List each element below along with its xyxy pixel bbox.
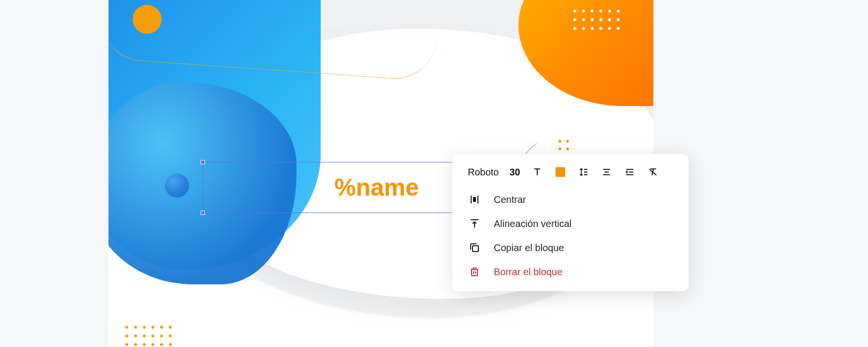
align-center-button[interactable] <box>600 166 613 178</box>
menu-item-label: Borrar el bloque <box>494 267 562 278</box>
resize-handle-bottom-left[interactable] <box>201 211 205 215</box>
menu-item-vertical-align[interactable]: Alineación vertical <box>463 213 678 234</box>
menu-item-label: Copiar el bloque <box>494 242 564 254</box>
svg-rect-0 <box>474 198 475 201</box>
menu-item-delete-block[interactable]: Borrar el bloque <box>463 261 678 282</box>
color-swatch-icon <box>556 167 565 177</box>
text-style-button[interactable] <box>531 166 543 178</box>
decorative-circle <box>165 174 189 198</box>
resize-handle-top-left[interactable] <box>201 160 205 164</box>
clear-formatting-button[interactable] <box>647 166 659 178</box>
trash-icon <box>468 266 481 278</box>
svg-rect-2 <box>472 269 477 276</box>
block-actions-menu: Centrar Alineación vertical Copiar el bl… <box>463 185 678 282</box>
font-size-selector[interactable]: 30 <box>510 167 520 178</box>
decorative-circle <box>133 5 162 34</box>
text-block-content[interactable]: %name <box>334 174 419 201</box>
menu-item-center[interactable]: Centrar <box>463 189 678 210</box>
decorative-dots <box>573 10 620 30</box>
line-height-button[interactable] <box>577 166 590 178</box>
menu-item-label: Centrar <box>494 194 526 205</box>
menu-item-copy-block[interactable]: Copiar el bloque <box>463 237 678 258</box>
text-context-panel: Roboto 30 <box>452 154 689 291</box>
center-horizontal-icon <box>468 194 481 205</box>
copy-icon <box>468 242 481 254</box>
text-color-button[interactable] <box>554 166 567 178</box>
decorative-dots <box>125 326 172 346</box>
menu-item-label: Alineación vertical <box>494 218 571 229</box>
text-toolbar: Roboto 30 <box>463 163 678 185</box>
svg-rect-1 <box>473 246 478 252</box>
font-name-selector[interactable]: Roboto <box>468 167 499 178</box>
indent-button[interactable] <box>624 166 636 178</box>
vertical-align-top-icon <box>468 218 481 229</box>
